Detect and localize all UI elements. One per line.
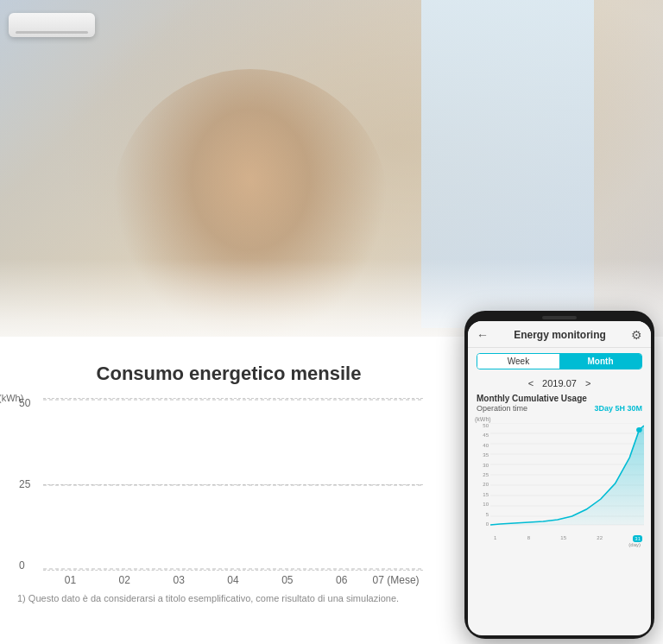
phone-mockup: ← Energy monitoring ⚙ Week Month < 2019.… <box>464 311 654 639</box>
x-label-05: 05 <box>260 574 314 586</box>
chart-area: Consumo energetico mensile (kWh) 50 25 0… <box>0 345 432 613</box>
phone-y-40: 40 <box>483 443 489 448</box>
x-label-01: 01 <box>43 574 98 586</box>
x-label-07: 07 (Mese) <box>369 574 423 586</box>
x-label-02: 02 <box>98 574 152 586</box>
phone-x-31: 31 <box>633 535 642 542</box>
current-month: 2019.07 <box>542 378 577 388</box>
monthly-usage-title: Monthly Cumulative Usage <box>468 392 651 403</box>
phone-y-30: 30 <box>483 463 489 468</box>
svg-point-14 <box>636 427 642 432</box>
ac-unit <box>9 13 95 37</box>
prev-month-button[interactable]: < <box>528 378 534 388</box>
phone-y-15: 15 <box>483 492 489 497</box>
phone-x-15: 15 <box>560 535 566 542</box>
phone-x-axis: 1 8 15 22 31 <box>492 535 644 542</box>
next-month-button[interactable]: > <box>585 378 590 388</box>
phone-x-22: 22 <box>597 535 603 542</box>
phone-header: ← Energy monitoring ⚙ <box>468 321 651 348</box>
phone-tabs: Week Month <box>477 353 642 369</box>
x-axis-labels: 01 02 03 04 05 06 07 (Mese) <box>43 574 423 586</box>
x-label-03: 03 <box>152 574 206 586</box>
chart-container: (kWh) 50 25 0 <box>43 398 423 571</box>
operation-time-row: Operation time 3Day 5H 30M <box>468 403 651 414</box>
chart-title: Consumo energetico mensile <box>43 363 414 385</box>
settings-icon[interactable]: ⚙ <box>631 328 642 342</box>
phone-app-title: Energy monitoring <box>514 329 606 341</box>
phone-speaker <box>542 316 577 319</box>
chart-svg <box>43 398 423 571</box>
phone-y-20: 20 <box>483 482 489 487</box>
phone-chart-svg <box>490 423 644 527</box>
back-arrow-icon[interactable]: ← <box>477 328 489 342</box>
phone-svg-wrap <box>490 423 644 527</box>
month-nav: < 2019.07 > <box>468 378 651 388</box>
tab-month[interactable]: Month <box>559 354 641 369</box>
phone-x-8: 8 <box>527 535 530 542</box>
y-axis-labels: 50 25 0 <box>19 398 30 571</box>
y-label-25: 25 <box>19 479 30 489</box>
x-label-04: 04 <box>206 574 261 586</box>
operation-time-label: Operation time <box>477 404 527 413</box>
phone-y-axis: 50 45 40 35 30 25 20 15 10 5 0 <box>475 423 490 527</box>
phone-y-10: 10 <box>483 502 489 507</box>
y-label-0: 0 <box>19 560 30 571</box>
x-label-06: 06 <box>314 574 369 586</box>
phone-y-5: 5 <box>486 512 489 517</box>
phone-y-50: 50 <box>483 423 489 428</box>
y-label-50: 50 <box>19 398 30 408</box>
phone-chart-container: 50 45 40 35 30 25 20 15 10 5 0 <box>475 423 644 535</box>
phone-y-25: 25 <box>483 472 489 477</box>
phone-screen: ← Energy monitoring ⚙ Week Month < 2019.… <box>468 321 651 635</box>
phone-y-45: 45 <box>483 432 489 438</box>
phone-y-0: 0 <box>486 521 489 527</box>
phone-day-label: (day) <box>475 542 644 547</box>
phone-y-35: 35 <box>483 452 489 458</box>
phone-chart-y-unit: (kWh) <box>475 416 644 422</box>
phone-x-1: 1 <box>494 535 496 542</box>
chart-footnote: 1) Questo dato è da considerarsi a titol… <box>17 593 414 603</box>
phone-chart-area: (kWh) 50 45 40 35 30 25 20 15 10 5 0 <box>468 414 651 635</box>
tab-week[interactable]: Week <box>477 354 559 369</box>
operation-time-value: 3Day 5H 30M <box>594 404 642 413</box>
